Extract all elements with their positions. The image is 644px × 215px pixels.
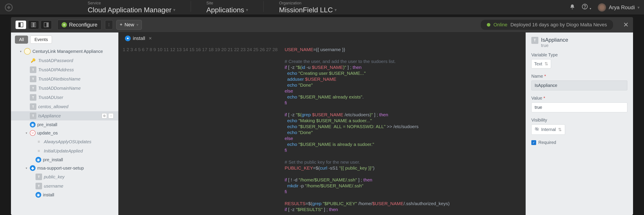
bc-org-label: Organization — [279, 1, 337, 6]
bc-site-value: Applications — [206, 6, 244, 14]
caret-down-icon: ▾ — [173, 7, 175, 13]
bc-service-label: Service — [88, 1, 175, 6]
breadcrumb-service[interactable]: Service Cloud Application Manager▾ — [88, 1, 175, 14]
user-menu[interactable]: Arya Roudi ▾ — [598, 3, 640, 12]
caret-down-icon: ▾ — [334, 7, 337, 13]
bell-icon[interactable] — [570, 4, 575, 11]
avatar — [598, 3, 606, 12]
help-icon[interactable]: ▾ — [582, 4, 591, 11]
top-bar: Service Cloud Application Manager▾ Site … — [0, 0, 644, 15]
svg-point-2 — [584, 8, 585, 8]
breadcrumb-site[interactable]: Site Applications▾ — [206, 1, 248, 14]
caret-down-icon: ▾ — [638, 5, 640, 10]
logo-icon — [4, 3, 13, 12]
breadcrumb: Service Cloud Application Manager▾ Site … — [88, 1, 337, 14]
bc-service-value: Cloud Application Manager — [88, 6, 172, 14]
user-name: Arya Roudi — [609, 5, 635, 11]
caret-down-icon: ▾ — [246, 7, 248, 13]
bc-org-value: MissionField LLC — [279, 6, 333, 14]
breadcrumb-org[interactable]: Organization MissionField LLC▾ — [279, 1, 337, 14]
bc-site-label: Site — [206, 1, 248, 6]
